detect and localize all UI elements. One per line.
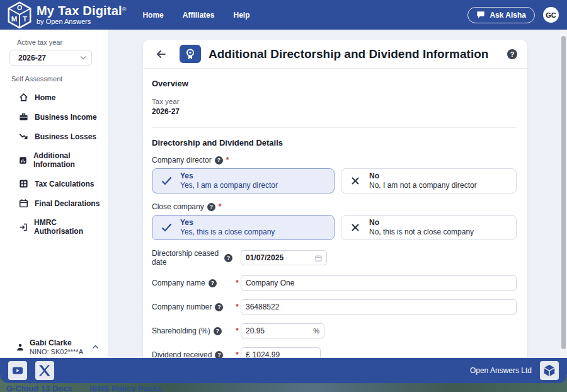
company-number-help-icon[interactable]: ? — [215, 303, 223, 311]
home-icon — [19, 93, 28, 102]
main-content-area: Additional Directorship and Dividend Inf… — [108, 30, 567, 358]
user-avatar[interactable]: GC — [543, 7, 559, 23]
x-twitter-link[interactable] — [35, 361, 54, 380]
link-isms-policy-packs[interactable]: ISMS Policy Packs — [89, 384, 162, 392]
briefcase-icon — [19, 112, 28, 122]
directorship-ceased-date-help-icon[interactable]: ? — [224, 254, 232, 262]
sidebar-user[interactable]: Gabi Clarke NINO: SK02****A — [0, 338, 108, 355]
close-company-options: Yes Yes, this is a close company No No, … — [152, 215, 517, 240]
company-number-input[interactable] — [246, 303, 512, 311]
sidebar-menu: Home Business Income Business Losses Add… — [0, 88, 108, 241]
footer-company-label: Open Answers Ltd — [470, 366, 532, 375]
sidebar-item-business-income[interactable]: Business Income — [0, 107, 108, 127]
sidebar-item-label: Business Losses — [35, 132, 96, 141]
brand-subtitle: by Open Answers — [37, 18, 126, 25]
company-director-yes-option[interactable]: Yes Yes, I am a company director — [152, 168, 335, 193]
dividend-received-input[interactable] — [253, 350, 316, 358]
company-director-label-row: Company director ? * — [152, 156, 517, 164]
youtube-link[interactable] — [8, 361, 27, 380]
shareholding-input[interactable] — [246, 326, 311, 335]
company-name-help-icon[interactable]: ? — [209, 279, 217, 287]
sidebar-item-label: Final Declarations — [35, 199, 100, 208]
shareholding-row: Shareholding (%) ? * % — [152, 323, 517, 338]
sidebar-item-final-declarations[interactable]: Final Declarations — [0, 193, 108, 213]
sidebar-item-tax-calculations[interactable]: Tax Calculations — [0, 174, 108, 193]
option-subtitle: No, I am not a company director — [369, 181, 477, 190]
link-gcloud-docs[interactable]: G-Cloud 13 Docs — [6, 384, 72, 392]
page-help-icon[interactable]: ? — [507, 49, 517, 59]
brand-text: My Tax Digital® by Open Answers — [37, 4, 126, 25]
nav-link-affiliates[interactable]: Affiliates — [183, 11, 215, 20]
company-director-no-option[interactable]: No No, I am not a company director — [341, 168, 517, 193]
shareholding-help-icon[interactable]: ? — [214, 327, 222, 335]
dividend-received-inputbox: £ — [241, 347, 321, 358]
directorship-ceased-date-label: Directorship ceased date — [152, 249, 221, 267]
required-marker: * — [236, 350, 241, 358]
brand-title: My Tax Digital — [37, 4, 122, 18]
vertical-scrollbar — [560, 30, 567, 358]
option-subtitle: Yes, I am a company director — [180, 181, 278, 190]
tax-year-selected-value: 2026-27 — [18, 54, 46, 62]
sidebar-item-business-losses[interactable]: Business Losses — [0, 127, 108, 146]
card-header: Additional Directorship and Dividend Inf… — [143, 40, 527, 69]
option-title: No — [369, 218, 474, 228]
sidebar-item-label: Business Income — [35, 113, 97, 122]
company-director-options: Yes Yes, I am a company director No No, … — [152, 168, 517, 193]
user-nino: NINO: SK02****A — [30, 348, 92, 355]
tax-year-select[interactable]: 2026-27 — [9, 50, 92, 66]
svg-text:M: M — [11, 15, 18, 23]
required-marker: * — [236, 326, 241, 335]
close-company-yes-option[interactable]: Yes Yes, this is a close company — [152, 215, 335, 240]
nav-link-home[interactable]: Home — [142, 11, 163, 20]
person-icon — [16, 343, 25, 352]
footer: Open Answers Ltd — [0, 358, 567, 383]
ask-aisha-button[interactable]: Ask AIsha — [467, 7, 535, 23]
grid-icon — [19, 179, 28, 188]
percent-suffix: % — [313, 327, 319, 335]
company-number-label: Company number — [152, 303, 212, 311]
svg-text:O: O — [17, 4, 22, 11]
directorship-ceased-date-row: Directorship ceased date ? — [152, 249, 517, 267]
page-title-badge — [180, 45, 201, 63]
directorship-ceased-date-inputbox — [241, 250, 327, 265]
company-name-input[interactable] — [246, 279, 512, 287]
company-name-inputbox — [241, 275, 517, 291]
check-icon — [152, 176, 180, 185]
overview-heading: Overview — [152, 69, 517, 88]
option-title: Yes — [180, 171, 278, 181]
sidebar-item-hmrc-authorisation[interactable]: HMRC Authorisation — [0, 213, 108, 241]
directorship-ceased-date-input[interactable] — [246, 253, 315, 262]
sidebar-item-additional-information[interactable]: Additional Information — [0, 146, 108, 174]
sidebar-item-label: Tax Calculations — [35, 180, 94, 188]
youtube-icon — [11, 364, 25, 378]
section-divider — [152, 127, 517, 128]
chevron-up-icon — [92, 345, 99, 349]
brand[interactable]: O M T My Tax Digital® by Open Answers — [6, 1, 126, 29]
shareholding-label: Shareholding (%) — [152, 326, 210, 335]
shareholding-inputbox: % — [241, 323, 324, 338]
details-heading: Directorship and Dividend Details — [152, 138, 517, 147]
required-marker: * — [236, 279, 241, 287]
company-name-row: Company name ? * — [152, 275, 517, 291]
close-company-no-option[interactable]: No No, this is not a close company — [341, 215, 517, 240]
award-icon — [183, 47, 197, 61]
tax-year-label: Tax year — [152, 98, 517, 105]
arrow-left-icon — [156, 49, 167, 60]
calendar-picker-icon[interactable] — [315, 255, 322, 262]
required-marker: * — [219, 202, 224, 211]
back-button[interactable] — [156, 49, 167, 60]
dividend-received-help-icon[interactable]: ? — [215, 351, 223, 359]
login-icon — [19, 222, 28, 232]
company-director-help-icon[interactable]: ? — [215, 156, 223, 164]
svg-text:T: T — [23, 15, 27, 23]
close-company-help-icon[interactable]: ? — [207, 203, 215, 211]
open-answers-link[interactable] — [540, 361, 559, 380]
sidebar-item-label: Home — [35, 93, 55, 102]
company-director-label: Company director — [152, 156, 212, 164]
scrollbar-thumb[interactable] — [561, 36, 566, 349]
company-name-label: Company name — [152, 279, 205, 287]
sidebar-item-home[interactable]: Home — [0, 88, 108, 107]
open-answers-cube-icon — [542, 364, 556, 378]
sidebar: Active tax year 2026-27 Self Assessment … — [0, 30, 108, 358]
nav-link-help[interactable]: Help — [233, 11, 249, 20]
